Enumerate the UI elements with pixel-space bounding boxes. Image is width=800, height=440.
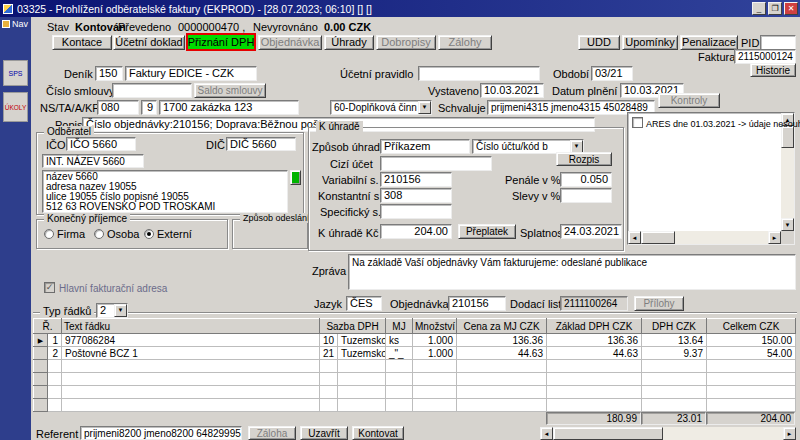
cell-r[interactable]: 1 — [48, 334, 62, 347]
radio-osoba[interactable] — [94, 229, 104, 239]
cell-celkem[interactable]: 54.00 — [707, 347, 796, 360]
udd-button[interactable]: UDD — [578, 35, 620, 50]
cizi-ucet-field[interactable] — [380, 156, 492, 171]
radio-firma[interactable] — [44, 229, 54, 239]
objednavka-field[interactable]: 210156 — [448, 296, 506, 311]
cell-r[interactable]: 2 — [48, 347, 62, 360]
scroll-down-icon[interactable]: ▼ — [781, 218, 794, 231]
rozpis-button[interactable]: Rozpis — [556, 152, 612, 166]
zprava-textarea[interactable]: Na základě Vaší objednávky Vám fakturuje… — [348, 254, 796, 290]
faktura-field[interactable]: 2115000124 — [734, 49, 796, 64]
variabilni-field[interactable]: 210156 — [380, 172, 452, 187]
col-header-cena[interactable]: Cena za MJ CZK — [457, 319, 547, 334]
int-nazev-field[interactable]: INT. NÁZEV 5660 — [42, 154, 144, 168]
pid-field[interactable] — [760, 35, 796, 50]
konstantni-field[interactable]: 308 — [380, 188, 452, 203]
specificky-field[interactable] — [380, 204, 452, 219]
scroll-left-icon[interactable]: ◄ — [628, 231, 641, 244]
ucetni-doklad-button[interactable]: Účetní doklad — [113, 35, 185, 50]
cell-mj[interactable]: _"_ — [386, 347, 413, 360]
priznani-dph-button[interactable]: Přiznání DPH — [186, 33, 256, 51]
ns-label: NS/TA/A/KP — [40, 102, 100, 114]
denik-code-field[interactable]: 150 — [95, 66, 123, 81]
splatnost-field[interactable]: 24.03.2021 — [560, 224, 622, 239]
cell-sazba-kod[interactable]: 21 — [320, 347, 338, 360]
cell-sazba[interactable]: Tuzemsko v — [338, 334, 386, 347]
chevron-down-icon[interactable]: ▼ — [114, 304, 127, 317]
historie-button[interactable]: Historie — [750, 63, 796, 77]
maximize-button[interactable]: ❐ — [768, 2, 782, 15]
cell-cena[interactable]: 136.36 — [457, 334, 547, 347]
kontovat-button[interactable]: Kontovat — [352, 426, 404, 440]
cell-mnozstvi[interactable]: 1.000 — [413, 347, 457, 360]
ns-zakazka-field[interactable]: 1700 zakázka 123 — [159, 100, 299, 115]
cell-celkem[interactable]: 150.00 — [707, 334, 796, 347]
ares-message[interactable]: ARES dne 01.03.2021 -> údaje nesouhlasí — [646, 118, 800, 130]
col-header-mnozstvi[interactable]: Množství — [413, 319, 457, 334]
address-area[interactable]: název 5660 adresa nazev 19055 ulice 1905… — [42, 170, 288, 213]
col-header-celkem[interactable]: Celkem CZK — [707, 319, 796, 334]
cell-text[interactable]: Poštovné BCZ 1 — [62, 347, 320, 360]
k-uhrade-kc-field[interactable]: 204.00 — [380, 224, 452, 239]
row-marker-cell — [34, 347, 48, 360]
jazyk-field[interactable]: ČES — [346, 296, 382, 311]
kontace-button[interactable]: Kontace — [52, 35, 112, 50]
minimize-button[interactable]: _ — [752, 2, 766, 15]
cell-dph[interactable]: 13.64 — [642, 334, 707, 347]
empty-cell — [707, 399, 796, 412]
denik-name-field[interactable]: Faktury EDICE - CZK — [125, 66, 257, 81]
cell-sazba-kod[interactable]: 10 — [320, 334, 338, 347]
typ-radku-combobox[interactable]: 2▼ — [96, 303, 128, 318]
cell-text[interactable]: 977086284 — [62, 334, 320, 347]
chevron-down-icon[interactable]: ▼ — [418, 101, 431, 114]
cell-dph[interactable]: 9.37 — [642, 347, 707, 360]
col-header-zaklad[interactable]: Základ DPH CZK — [547, 319, 642, 334]
empty-cell — [386, 373, 413, 386]
ns-field-2[interactable]: 9 — [141, 100, 157, 115]
penalizace-button[interactable]: Penalizace — [680, 35, 738, 50]
col-header-dph[interactable]: DPH CZK — [642, 319, 707, 334]
col-header-sazba[interactable]: Sazba DPH — [320, 319, 386, 334]
col-header-text[interactable]: Text řádku — [62, 319, 320, 334]
scroll-right-icon[interactable]: ► — [783, 427, 796, 440]
cislo-smlouvy-field[interactable] — [112, 83, 192, 98]
address-lookup-button[interactable] — [290, 170, 301, 185]
bottom-scrollbar[interactable]: ◄ ► — [540, 427, 796, 440]
uzavrit-button[interactable]: Uzavřít — [300, 426, 348, 440]
cell-sazba[interactable]: Tuzemsko v — [338, 347, 386, 360]
cell-cena[interactable]: 44.63 — [457, 347, 547, 360]
ucetni-pravidlo-field[interactable] — [418, 66, 540, 81]
cell-zaklad[interactable]: 136.36 — [547, 334, 642, 347]
col-header-mj[interactable]: MJ — [386, 319, 413, 334]
obdobi-field[interactable]: 03/21 — [591, 66, 633, 81]
table-row-empty — [34, 373, 796, 386]
radio-externi[interactable] — [144, 229, 154, 239]
horizontal-scroll-thumb[interactable] — [641, 231, 675, 244]
cell-mj[interactable]: ks — [386, 334, 413, 347]
ares-checkbox[interactable] — [632, 117, 643, 128]
zalohy-button: Zálohy — [438, 35, 492, 50]
ns-field-1[interactable]: 080 — [97, 100, 139, 115]
nav-toggle[interactable]: Nav — [0, 19, 31, 29]
sidebar-item-sps[interactable]: SPS — [3, 60, 28, 86]
ico-field[interactable]: IČO 5660 — [66, 137, 136, 151]
scroll-right-icon[interactable]: ► — [768, 231, 781, 244]
cinnost-combobox[interactable]: 60-Doplňková činn▼ — [330, 100, 432, 115]
col-header-r[interactable]: Ř. — [34, 319, 62, 334]
referent-field[interactable]: prijmeni8200 jmeno8200 64829995 — [80, 426, 242, 440]
left-sidebar: Nav SPS ÚKOLY — [0, 17, 31, 440]
preplatek-button[interactable]: Přeplatek — [458, 224, 516, 239]
bottom-scroll-thumb[interactable] — [553, 427, 663, 440]
uhrady-button[interactable]: Úhrady — [324, 35, 374, 50]
penale-field[interactable]: 0.050 — [560, 172, 612, 187]
upominky-button[interactable]: Upomínky — [622, 35, 678, 50]
close-button[interactable]: ✕ — [784, 2, 798, 15]
zpusob-uhrady-field[interactable]: Příkazem — [380, 139, 470, 154]
cell-zaklad[interactable]: 44.63 — [547, 347, 642, 360]
sidebar-item-ukoly[interactable]: ÚKOLY — [3, 92, 28, 122]
vystaveno-field[interactable]: 10.03.2021 — [480, 83, 544, 98]
scroll-left-icon[interactable]: ◄ — [540, 427, 553, 440]
dic-field[interactable]: DIČ 5660 — [226, 137, 296, 151]
slevy-field[interactable] — [560, 188, 612, 203]
cell-mnozstvi[interactable]: 1.000 — [413, 334, 457, 347]
